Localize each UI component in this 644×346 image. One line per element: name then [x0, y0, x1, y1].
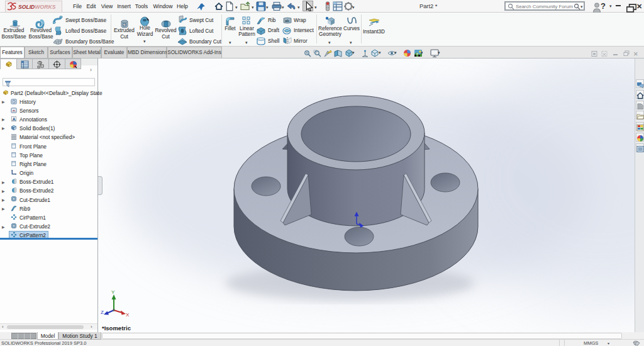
svg-text:ab: ab — [285, 19, 289, 23]
svg-text:*Isometric: *Isometric — [102, 325, 131, 332]
svg-text:X: X — [126, 312, 130, 318]
svg-text:A: A — [13, 116, 16, 122]
svg-text:WORKS: WORKS — [35, 4, 56, 10]
svg-text:Y: Y — [111, 289, 115, 295]
svg-text:SOLID: SOLID — [18, 4, 35, 10]
svg-text:Z: Z — [101, 310, 104, 315]
svg-text:LR: LR — [123, 24, 126, 26]
